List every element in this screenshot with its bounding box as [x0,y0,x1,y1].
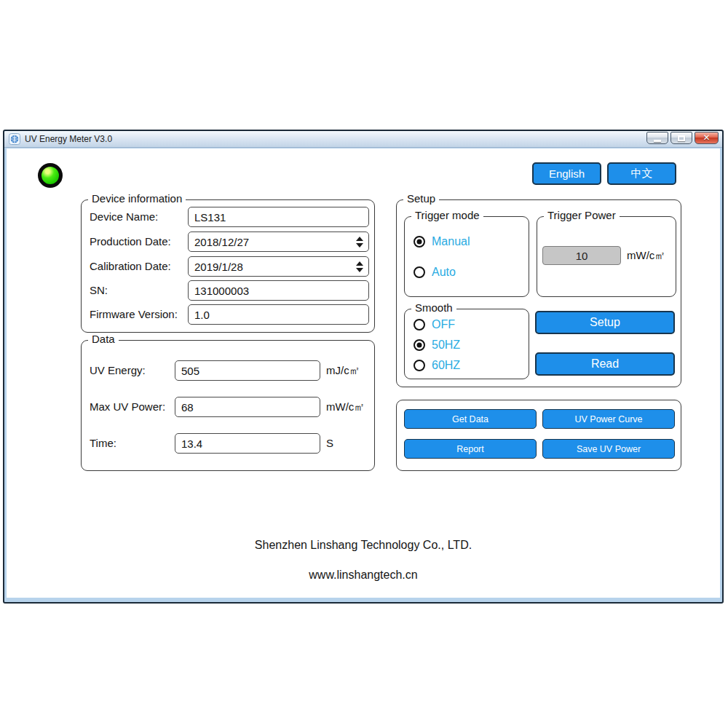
app-icon [9,133,20,145]
close-icon: ✕ [703,132,710,143]
radio-checked-icon[interactable] [414,339,425,351]
time-label: Time: [90,433,116,454]
calibration-date-label: Calibration Date: [90,256,171,277]
smooth-off-label: OFF [432,318,455,331]
radio-unchecked-icon[interactable] [414,266,425,278]
uv-energy-input[interactable] [175,360,320,381]
trigger-power-value: 10 [542,246,621,265]
device-name-label: Device Name: [90,207,158,227]
production-date-input[interactable] [188,232,369,252]
firmware-version-label: Firmware Version: [90,304,178,325]
trigger-mode-manual-option[interactable]: Manual [414,234,470,250]
smooth-60hz-option[interactable]: 60HZ [414,357,460,373]
sn-label: SN: [90,280,108,301]
smooth-60hz-label: 60HZ [432,359,460,372]
spin-down-icon[interactable] [356,268,363,272]
uv-energy-label: UV Energy: [90,360,146,381]
max-uv-power-field-wrap [175,397,320,417]
spin-up-icon[interactable] [356,261,363,266]
time-input[interactable] [175,433,320,454]
setup-button[interactable]: Setup [535,311,675,334]
firmware-version-input[interactable] [188,304,369,325]
production-date-label: Production Date: [90,232,171,252]
calibration-date-input[interactable] [188,256,369,277]
read-button[interactable]: Read [535,352,675,376]
sn-input[interactable] [188,280,369,301]
trigger-power-unit: mW/c㎡ [627,245,665,266]
spin-down-icon[interactable] [356,243,363,248]
status-led [38,163,63,188]
smooth-50hz-option[interactable]: 50HZ [414,337,460,353]
device-information-group: Device information Device Name: Producti… [81,199,375,333]
app-window: UV Energy Meter V3.0 ✕ English 中文 Device… [3,130,724,604]
smooth-50hz-label: 50HZ [432,339,460,352]
minimize-icon [654,140,661,142]
window-title: UV Energy Meter V3.0 [25,134,112,144]
max-uv-power-label: Max UV Power: [90,397,165,417]
sn-field-wrap [188,280,369,301]
trigger-mode-manual-label: Manual [432,235,470,248]
trigger-power-legend: Trigger Power [544,209,620,221]
max-uv-power-unit: mW/c㎡ [326,397,365,417]
setup-legend: Setup [403,192,439,205]
smooth-group: Smooth OFF 50HZ 60HZ [404,309,529,379]
maximize-icon [678,135,685,141]
close-button[interactable]: ✕ [695,132,719,144]
maximize-button[interactable] [670,132,692,144]
actions-group: Get Data UV Power Curve Report Save UV P… [396,400,681,471]
report-button[interactable]: Report [404,439,537,459]
setup-group: Setup Trigger mode Manual Auto Trigger [396,199,681,387]
calibration-date-field-wrap [188,256,369,277]
desktop: UV Energy Meter V3.0 ✕ English 中文 Device… [0,0,728,728]
time-unit: S [326,433,333,454]
device-name-input[interactable] [188,207,369,227]
smooth-off-option[interactable]: OFF [414,317,455,333]
smooth-legend: Smooth [411,301,456,314]
uv-energy-field-wrap [175,360,320,381]
production-date-spinner[interactable] [355,232,364,252]
radio-unchecked-icon[interactable] [414,360,425,371]
company-name: Shenzhen Linshang Technology Co., LTD. [7,539,720,552]
firmware-version-field-wrap [188,304,369,325]
save-uv-power-button[interactable]: Save UV Power [542,439,675,459]
trigger-mode-auto-label: Auto [432,266,456,279]
data-legend: Data [88,333,119,345]
window-controls: ✕ [646,132,719,144]
uv-power-curve-button[interactable]: UV Power Curve [542,409,675,429]
radio-checked-icon[interactable] [414,236,425,248]
max-uv-power-input[interactable] [175,397,320,417]
trigger-mode-group: Trigger mode Manual Auto [404,216,529,297]
time-field-wrap [175,433,320,454]
titlebar[interactable]: UV Energy Meter V3.0 ✕ [4,131,722,148]
window-content: English 中文 Device information Device Nam… [7,149,720,598]
calibration-date-spinner[interactable] [355,256,364,277]
language-english-button[interactable]: English [532,162,601,185]
uv-energy-unit: mJ/c㎡ [326,360,360,381]
spin-up-icon[interactable] [356,237,363,241]
radio-unchecked-icon[interactable] [414,319,425,331]
trigger-mode-auto-option[interactable]: Auto [414,264,456,280]
minimize-button[interactable] [646,132,668,144]
get-data-button[interactable]: Get Data [404,409,537,429]
trigger-power-group: Trigger Power 10 mW/c㎡ [537,216,676,297]
production-date-field-wrap [188,232,369,252]
language-chinese-button[interactable]: 中文 [607,162,676,185]
device-name-field-wrap [188,207,369,227]
trigger-mode-legend: Trigger mode [411,209,483,221]
website-url: www.linshangtech.cn [7,569,720,582]
data-group: Data UV Energy: mJ/c㎡ Max UV Power: mW/c… [81,340,375,471]
device-information-legend: Device information [88,192,186,205]
